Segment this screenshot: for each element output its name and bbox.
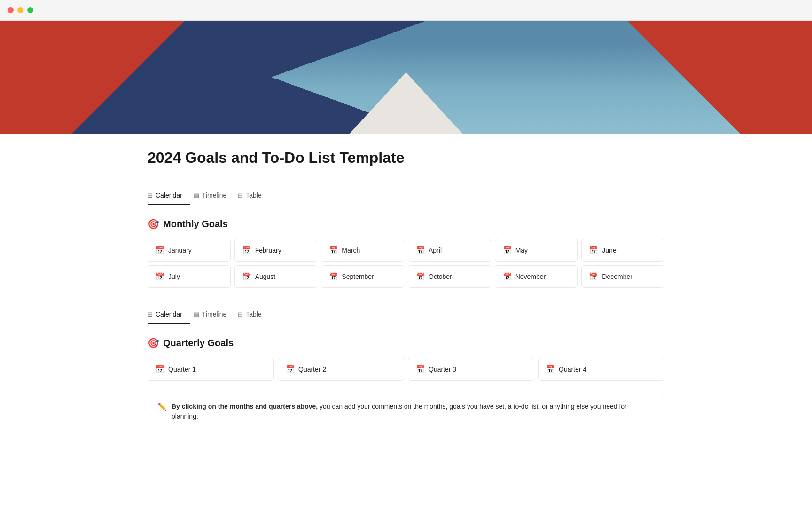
calendar-icon-may: 📅	[503, 246, 512, 254]
calendar-icon-quarterly: ⊞	[148, 311, 153, 318]
window-bar	[0, 0, 812, 21]
info-box: ✏️ By clicking on the months and quarter…	[148, 394, 664, 429]
quarter-card-4[interactable]: 📅 Quarter 4	[538, 358, 664, 381]
month-label-december: December	[602, 273, 632, 280]
main-content: 2024 Goals and To-Do List Template ⊞ Cal…	[101, 134, 711, 463]
month-label-july: July	[168, 273, 180, 280]
month-label-march: March	[342, 246, 360, 254]
calendar-icon-october: 📅	[416, 272, 425, 281]
monthly-goals-emoji: 🎯	[148, 218, 159, 230]
quarter-card-3[interactable]: 📅 Quarter 3	[408, 358, 534, 381]
calendar-icon-june: 📅	[589, 246, 598, 254]
calendar-icon-july: 📅	[156, 272, 164, 281]
month-label-february: February	[255, 246, 281, 254]
monthly-goals-section: ⊞ Calendar ▤ Timeline ⊟ Table 🎯 Monthly …	[148, 188, 664, 288]
calendar-icon-monthly: ⊞	[148, 192, 153, 199]
quarterly-goals-title: Quarterly Goals	[163, 338, 234, 349]
quarter-label-4: Quarter 4	[559, 365, 586, 373]
pencil-icon: ✏️	[157, 402, 167, 411]
quarterly-goals-emoji: 🎯	[148, 337, 159, 349]
info-text: By clicking on the months and quarters a…	[172, 402, 655, 421]
month-label-june: June	[602, 246, 616, 254]
month-label-october: October	[429, 273, 452, 280]
close-button[interactable]	[8, 7, 14, 13]
month-card-august[interactable]: 📅 August	[234, 265, 318, 288]
quarter-label-3: Quarter 3	[429, 365, 456, 373]
month-label-january: January	[168, 246, 192, 254]
tab-timeline-quarterly[interactable]: ▤ Timeline	[194, 307, 234, 324]
calendar-icon-q1: 📅	[156, 365, 164, 373]
title-divider	[148, 178, 664, 178]
tab-calendar-monthly[interactable]: ⊞ Calendar	[148, 188, 190, 205]
month-label-may: May	[515, 246, 528, 254]
quarterly-goals-heading: 🎯 Quarterly Goals	[148, 337, 664, 349]
month-card-november[interactable]: 📅 November	[495, 265, 578, 288]
tab-timeline-monthly[interactable]: ▤ Timeline	[194, 188, 234, 205]
tab-table-quarterly[interactable]: ⊟ Table	[238, 307, 269, 324]
month-card-january[interactable]: 📅 January	[148, 239, 231, 262]
month-card-september[interactable]: 📅 September	[321, 265, 404, 288]
month-grid: 📅 January 📅 February 📅 March 📅 April 📅 M…	[148, 239, 664, 288]
info-text-bold: By clicking on the months and quarters a…	[172, 403, 318, 410]
page-title: 2024 Goals and To-Do List Template	[148, 149, 664, 167]
calendar-icon-january: 📅	[156, 246, 164, 254]
month-card-july[interactable]: 📅 July	[148, 265, 231, 288]
timeline-icon-monthly: ▤	[194, 192, 199, 199]
monthly-goals-heading: 🎯 Monthly Goals	[148, 218, 664, 230]
table-icon-quarterly: ⊟	[238, 311, 243, 318]
month-card-february[interactable]: 📅 February	[234, 239, 318, 262]
month-label-september: September	[342, 273, 374, 280]
calendar-icon-q2: 📅	[286, 365, 295, 373]
month-card-march[interactable]: 📅 March	[321, 239, 404, 262]
calendar-icon-q4: 📅	[546, 365, 555, 373]
calendar-icon-february: 📅	[242, 246, 251, 254]
calendar-icon-december: 📅	[589, 272, 598, 281]
quarter-card-1[interactable]: 📅 Quarter 1	[148, 358, 274, 381]
calendar-icon-q3: 📅	[416, 365, 425, 373]
calendar-icon-march: 📅	[329, 246, 338, 254]
month-label-august: August	[255, 273, 276, 280]
calendar-icon-april: 📅	[416, 246, 425, 254]
hero-banner	[0, 21, 812, 134]
month-label-april: April	[429, 246, 442, 254]
maximize-button[interactable]	[27, 7, 33, 13]
quarterly-goals-section: ⊞ Calendar ▤ Timeline ⊟ Table 🎯 Quarterl…	[148, 307, 664, 429]
minimize-button[interactable]	[17, 7, 23, 13]
month-card-december[interactable]: 📅 December	[581, 265, 664, 288]
quarter-grid: 📅 Quarter 1 📅 Quarter 2 📅 Quarter 3 📅 Qu…	[148, 358, 664, 381]
tab-table-monthly[interactable]: ⊟ Table	[238, 188, 269, 205]
calendar-icon-november: 📅	[503, 272, 512, 281]
calendar-icon-september: 📅	[329, 272, 338, 281]
quarter-card-2[interactable]: 📅 Quarter 2	[278, 358, 404, 381]
quarter-label-1: Quarter 1	[168, 365, 196, 373]
quarterly-tab-bar: ⊞ Calendar ▤ Timeline ⊟ Table	[148, 307, 664, 324]
quarter-label-2: Quarter 2	[298, 365, 326, 373]
monthly-tab-bar: ⊞ Calendar ▤ Timeline ⊟ Table	[148, 188, 664, 205]
timeline-icon-quarterly: ▤	[194, 311, 199, 318]
month-label-november: November	[515, 273, 546, 280]
month-card-may[interactable]: 📅 May	[495, 239, 578, 262]
month-card-april[interactable]: 📅 April	[408, 239, 491, 262]
monthly-goals-title: Monthly Goals	[163, 219, 228, 230]
table-icon-monthly: ⊟	[238, 192, 243, 199]
month-card-october[interactable]: 📅 October	[408, 265, 491, 288]
calendar-icon-august: 📅	[242, 272, 251, 281]
month-card-june[interactable]: 📅 June	[581, 239, 664, 262]
tab-calendar-quarterly[interactable]: ⊞ Calendar	[148, 307, 190, 324]
